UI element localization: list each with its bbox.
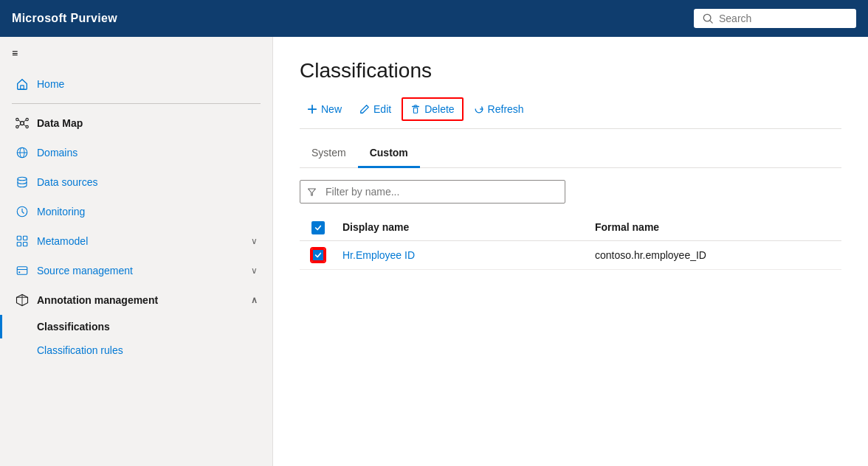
plus-icon [307, 104, 317, 114]
svg-rect-19 [17, 243, 21, 246]
source-management-icon [15, 263, 30, 278]
tab-system[interactable]: System [300, 141, 358, 168]
layout: ≡ Home [0, 37, 868, 466]
metamodel-chevron: ∨ [251, 236, 258, 246]
hamburger-icon: ≡ [12, 47, 18, 59]
delete-button[interactable]: Delete [402, 97, 463, 121]
svg-point-7 [26, 125, 28, 128]
svg-point-6 [16, 125, 18, 128]
sidebar-item-data-map[interactable]: Data Map [0, 108, 272, 138]
table: Display name Formal name Hr.Employee ID … [300, 215, 841, 270]
sidebar-sub-item-classification-rules[interactable]: Classification rules [0, 338, 272, 362]
edit-icon [359, 104, 370, 114]
svg-rect-28 [414, 108, 418, 113]
svg-line-11 [24, 124, 26, 126]
sidebar-nav: Home [0, 69, 272, 362]
svg-line-10 [18, 124, 21, 126]
refresh-label: Refresh [488, 103, 524, 115]
refresh-button[interactable]: Refresh [466, 99, 531, 119]
sidebar-label-annotation-management: Annotation management [37, 294, 158, 306]
delete-label: Delete [424, 103, 454, 115]
svg-point-23 [18, 271, 20, 273]
svg-marker-33 [309, 189, 316, 195]
search-icon [703, 13, 713, 24]
filter-input[interactable] [300, 180, 565, 204]
source-management-chevron: ∨ [251, 265, 258, 276]
tabs: System Custom [300, 141, 841, 168]
metamodel-icon [15, 234, 30, 248]
annotation-management-icon [15, 293, 30, 307]
new-label: New [321, 103, 342, 115]
sidebar-label-monitoring: Monitoring [37, 206, 85, 218]
edit-button[interactable]: Edit [352, 99, 399, 119]
svg-rect-17 [17, 236, 21, 240]
sidebar-sub-item-classifications[interactable]: Classifications [0, 315, 272, 338]
edit-label: Edit [373, 103, 391, 115]
filter-icon [307, 186, 317, 197]
annotation-management-chevron: ∧ [251, 295, 258, 305]
sidebar-label-data-sources: Data sources [37, 176, 97, 188]
select-all-checkbox[interactable] [311, 221, 325, 234]
tab-custom[interactable]: Custom [358, 141, 420, 168]
sidebar-label-domains: Domains [37, 147, 78, 159]
svg-rect-21 [17, 267, 27, 275]
table-header: Display name Formal name [300, 215, 841, 241]
table-row: Hr.Employee ID contoso.hr.employee_ID [300, 241, 841, 270]
svg-line-8 [18, 120, 21, 122]
search-box[interactable] [694, 9, 856, 28]
svg-point-4 [16, 118, 18, 120]
sidebar-toggle[interactable]: ≡ [0, 37, 272, 69]
sidebar-label-data-map: Data Map [37, 117, 83, 129]
row-formal-name: contoso.hr.employee_ID [589, 249, 841, 261]
page-title: Classifications [300, 59, 841, 83]
sidebar-item-monitoring[interactable]: Monitoring [0, 197, 272, 226]
row-checkbox[interactable] [311, 248, 325, 262]
sidebar-label-home: Home [37, 78, 64, 90]
data-map-icon [15, 116, 30, 131]
sidebar-item-data-sources[interactable]: Data sources [0, 167, 272, 197]
col-display-name-header: Display name [337, 221, 589, 234]
app-title: Microsoft Purview [12, 12, 117, 25]
classifications-sub-label: Classifications [37, 321, 110, 333]
sidebar-item-annotation-management[interactable]: Annotation management ∧ [0, 285, 272, 315]
new-button[interactable]: New [300, 99, 349, 119]
svg-rect-2 [21, 86, 24, 89]
top-header: Microsoft Purview [0, 0, 868, 37]
svg-point-5 [26, 118, 28, 120]
sidebar-label-source-management: Source management [37, 265, 133, 277]
col-formal-name-header: Formal name [589, 221, 841, 234]
svg-point-15 [18, 177, 27, 181]
svg-line-1 [710, 21, 713, 24]
row-display-name: Hr.Employee ID [337, 249, 589, 261]
trash-icon [410, 104, 421, 114]
main-content: Classifications New Edit [273, 37, 868, 466]
svg-rect-20 [24, 243, 27, 246]
data-sources-icon [15, 175, 30, 189]
sidebar-label-metamodel: Metamodel [37, 235, 88, 247]
classification-rules-sub-label: Classification rules [37, 344, 123, 356]
row-checkbox-col [300, 248, 337, 262]
tab-custom-label: Custom [370, 147, 408, 159]
sidebar-item-domains[interactable]: Domains [0, 138, 272, 167]
sidebar: ≡ Home [0, 37, 273, 466]
monitoring-icon [15, 204, 30, 219]
filter-wrapper [300, 180, 841, 204]
sidebar-item-metamodel[interactable]: Metamodel ∨ [0, 226, 272, 256]
sidebar-item-home[interactable]: Home [0, 69, 272, 99]
sidebar-item-source-management[interactable]: Source management ∨ [0, 256, 272, 285]
search-input[interactable] [719, 13, 847, 24]
refresh-icon [474, 104, 484, 114]
svg-line-9 [24, 120, 26, 122]
nav-divider-1 [12, 103, 261, 104]
svg-rect-18 [24, 236, 27, 240]
home-icon [15, 77, 30, 91]
domains-icon [15, 145, 30, 160]
header-checkbox-col [300, 221, 337, 234]
toolbar: New Edit Delete [300, 97, 841, 129]
tab-system-label: System [311, 147, 346, 159]
